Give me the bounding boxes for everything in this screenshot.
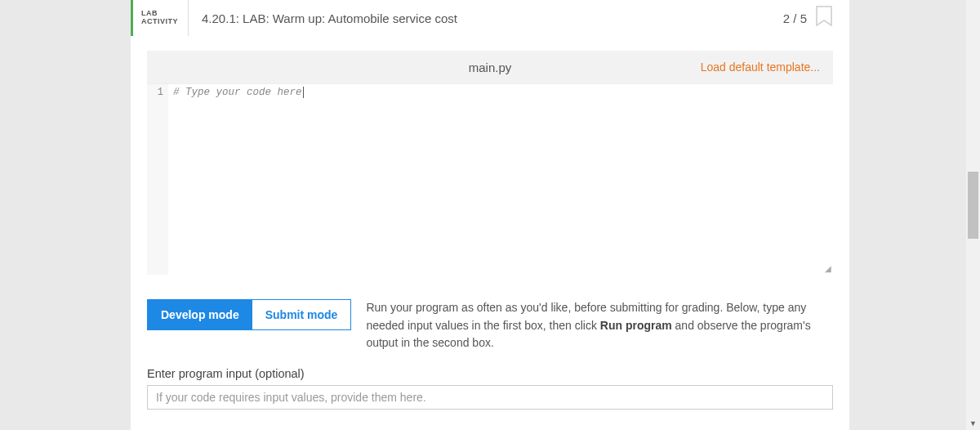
program-input-field[interactable] xyxy=(147,385,833,410)
mode-and-instructions-row: Develop mode Submit mode Run your progra… xyxy=(147,299,833,352)
code-comment: # Type your code here xyxy=(173,87,302,98)
develop-mode-button[interactable]: Develop mode xyxy=(148,300,252,329)
score-display: 2 / 5 xyxy=(783,0,815,36)
line-number: 1 xyxy=(147,87,163,98)
activity-title: 4.20.1: LAB: Warm up: Automobile service… xyxy=(189,0,783,36)
code-editor-card: main.py Load default template... 1 # Typ… xyxy=(147,51,833,275)
resize-handle-icon[interactable]: ◢ xyxy=(825,265,831,273)
filename-label: main.py xyxy=(469,60,512,74)
page-scrollbar-track[interactable]: ▼ xyxy=(966,0,980,430)
scrollbar-down-arrow-icon[interactable]: ▼ xyxy=(966,416,980,430)
code-editor-area[interactable]: 1 # Type your code here ◢ xyxy=(147,83,833,275)
bookmark-icon[interactable] xyxy=(815,0,833,36)
lab-activity-panel: LAB ACTIVITY 4.20.1: LAB: Warm up: Autom… xyxy=(131,0,849,430)
mode-toggle-group: Develop mode Submit mode xyxy=(147,299,351,330)
page-scrollbar-thumb[interactable] xyxy=(968,172,978,239)
submit-mode-button[interactable]: Submit mode xyxy=(252,300,351,329)
text-cursor xyxy=(303,87,304,98)
line-number-gutter: 1 xyxy=(147,84,168,275)
load-default-template-link[interactable]: Load default template... xyxy=(701,60,820,74)
activity-type-badge: LAB ACTIVITY xyxy=(133,0,189,36)
program-input-section: Enter program input (optional) xyxy=(147,367,833,410)
code-editor-content[interactable]: # Type your code here xyxy=(168,84,833,275)
program-input-label: Enter program input (optional) xyxy=(147,367,833,380)
editor-toolbar: main.py Load default template... xyxy=(147,51,833,83)
activity-header: LAB ACTIVITY 4.20.1: LAB: Warm up: Autom… xyxy=(131,0,849,36)
instructions-bold: Run program xyxy=(600,319,672,332)
instructions-text: Run your program as often as you'd like,… xyxy=(366,299,833,352)
badge-line-2: ACTIVITY xyxy=(141,18,178,26)
